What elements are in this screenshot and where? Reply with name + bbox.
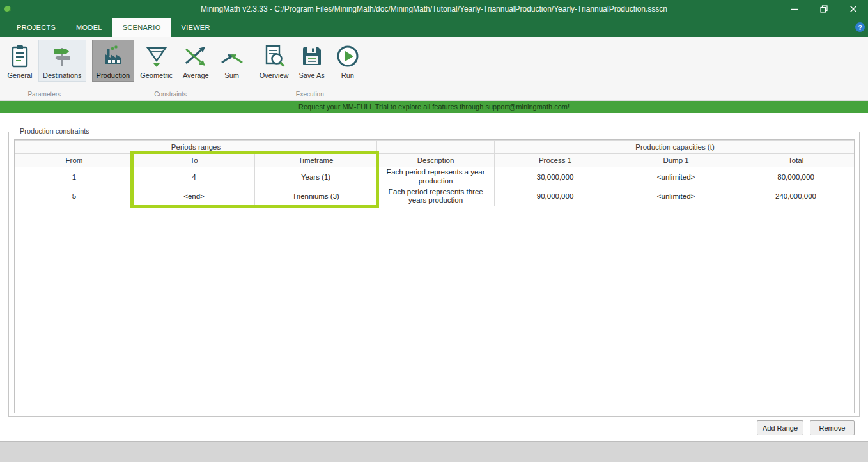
restore-button[interactable] [809,0,839,18]
ribbon-group-label: Parameters [2,89,87,100]
add-range-button[interactable]: Add Range [757,420,803,435]
ribbon-button-label: General [7,72,32,79]
ribbon-button-save-as[interactable]: Save As [295,40,329,82]
document-magnifier-icon [261,43,287,70]
main-content: Production constraints Periods ranges Pr… [0,113,868,441]
cell-total[interactable]: 240,000,000 [736,187,855,206]
column-header-process-1: Process 1 [495,154,616,167]
ribbon-button-label: Overview [260,72,289,79]
ribbon-button-label: Run [341,72,354,79]
production-constraints-table-widget: Periods ranges Production capacities (t)… [14,139,855,413]
clipboard-icon [7,43,33,70]
ribbon-group-label: Constraints [91,89,250,100]
tab-viewer[interactable]: VIEWER [171,18,221,37]
trial-banner: Request your MM-FULL Trial to explore al… [0,101,868,113]
ribbon-group-execution: Overview Save As Run Execution [252,37,368,100]
ribbon-button-destinations[interactable]: Destinations [38,40,86,82]
tab-scenario[interactable]: SCENARIO [112,18,171,37]
ribbon-button-production[interactable]: Production [92,40,135,82]
ribbon-button-label: Geometric [140,72,173,79]
crossed-arrows-icon [183,43,208,70]
remove-button[interactable]: Remove [810,420,855,435]
header-group-row: Periods ranges Production capacities (t) [15,141,855,154]
ribbon-button-general[interactable]: General [3,40,37,82]
ribbon-button-label: Production [97,72,130,79]
header-periods-ranges: Periods ranges [15,141,377,154]
column-header-description: Description [377,154,495,167]
production-constraints-groupbox: Production constraints Periods ranges Pr… [8,132,860,417]
minimize-icon [791,5,798,13]
floppy-disk-icon [299,43,325,70]
ribbon-button-average[interactable]: Average [178,40,213,82]
column-header-dump-1: Dump 1 [616,154,736,167]
ribbon-button-label: Sum [224,72,239,79]
ribbon-button-overview[interactable]: Overview [255,40,293,82]
ribbon-button-geometric[interactable]: Geometric [136,40,177,82]
cell-from[interactable]: 5 [15,187,134,206]
cell-dump-1[interactable]: <unlimited> [616,167,736,187]
cell-process-1[interactable]: 30,000,000 [495,167,616,187]
groupbox-title: Production constraints [17,127,93,135]
cell-to[interactable]: <end> [134,187,255,206]
cell-description[interactable]: Each period represents three years produ… [377,187,495,206]
cell-timeframe[interactable]: Trienniums (3) [255,187,377,206]
column-header-row: From To Timeframe Description Process 1 … [15,154,855,167]
help-icon[interactable]: ? [855,22,865,32]
minimize-button[interactable] [780,0,809,18]
table-row: 5 <end> Trienniums (3) Each period repre… [15,187,855,206]
ribbon-group-constraints: Production Geometric Average Sum [89,37,252,100]
tab-model[interactable]: MODEL [66,18,112,37]
table-row: 1 4 Years (1) Each period represents a y… [15,167,855,187]
funnel-icon [144,43,169,70]
play-circle-icon [335,43,360,70]
tab-projects[interactable]: PROJECTS [6,18,66,37]
cell-description[interactable]: Each period represents a year production [377,167,495,187]
ribbon-group-parameters: General Destinations Parameters [0,37,89,100]
app-logo-icon [4,6,11,12]
ribbon-button-run[interactable]: Run [330,40,365,82]
close-button[interactable] [839,0,868,18]
cell-total[interactable]: 80,000,000 [736,167,855,187]
column-header-to: To [134,154,255,167]
header-spacer [377,141,495,154]
ribbon-toolbar: General Destinations Parameters Producti… [0,37,868,101]
ribbon-button-sum[interactable]: Sum [215,40,249,82]
cell-process-1[interactable]: 90,000,000 [495,187,616,206]
desktop-background [0,441,868,462]
title-bar: MiningMath v2.3.33 - C:/Program Files/Mi… [0,0,868,18]
cell-to[interactable]: 4 [134,167,255,187]
ribbon-button-label: Average [183,72,209,79]
ribbon-button-label: Destinations [43,72,82,79]
close-icon [849,5,857,13]
tab-viewer-label: VIEWER [182,24,210,31]
column-header-timeframe: Timeframe [255,154,377,167]
ribbon-button-label: Save As [299,72,325,79]
ribbon-group-label: Execution [254,89,366,100]
column-header-from: From [15,154,134,167]
header-production-capacities: Production capacities (t) [495,141,855,154]
tab-model-label: MODEL [76,24,102,31]
tab-scenario-label: SCENARIO [123,24,161,31]
signpost-icon [49,43,75,70]
cell-dump-1[interactable]: <unlimited> [616,187,736,206]
merge-arrows-icon [219,43,245,70]
column-header-total: Total [736,154,855,167]
window-controls [780,0,868,18]
menu-tab-bar: PROJECTS MODEL SCENARIO VIEWER ? [0,18,868,37]
restore-icon [820,5,828,13]
cell-timeframe[interactable]: Years (1) [255,167,377,187]
production-constraints-table: Periods ranges Production capacities (t)… [15,140,855,206]
window-title: MiningMath v2.3.33 - C:/Program Files/Mi… [0,4,868,13]
cell-from[interactable]: 1 [15,167,134,187]
tab-projects-label: PROJECTS [17,24,56,31]
factory-icon [100,43,126,70]
